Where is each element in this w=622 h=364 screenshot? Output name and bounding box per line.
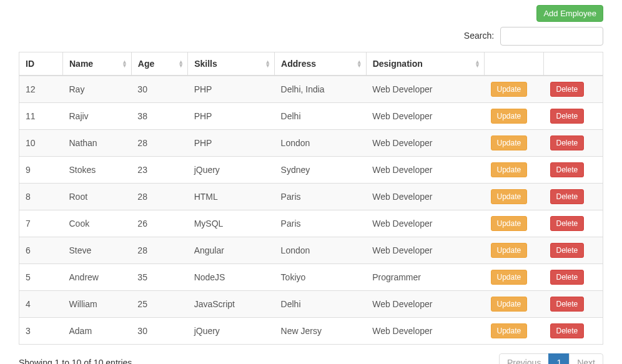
col-header-id-label: ID bbox=[26, 59, 34, 69]
cell-name: Stokes bbox=[63, 157, 132, 184]
sort-icon: ▲▼ bbox=[265, 60, 270, 67]
cell-name: Cook bbox=[63, 210, 132, 237]
table-row: 6Steve28AngularLondonWeb DeveloperUpdate… bbox=[19, 237, 603, 264]
cell-name: Ray bbox=[63, 76, 132, 103]
pagination: Previous 1 Next bbox=[500, 353, 603, 364]
cell-id: 10 bbox=[19, 130, 63, 157]
cell-name: Rajiv bbox=[63, 103, 132, 130]
cell-age: 30 bbox=[131, 318, 187, 345]
cell-age: 28 bbox=[131, 184, 187, 210]
sort-icon: ▲▼ bbox=[178, 60, 184, 67]
table-row: 5Andrew35NodeJSTokiyoProgrammerUpdateDel… bbox=[19, 264, 603, 291]
cell-id: 7 bbox=[19, 210, 63, 237]
cell-designation: Web Developer bbox=[366, 184, 484, 210]
col-header-id[interactable]: ID bbox=[19, 52, 63, 76]
cell-age: 26 bbox=[131, 210, 187, 237]
add-employee-button[interactable]: Add Employee bbox=[536, 5, 603, 22]
delete-button[interactable]: Delete bbox=[550, 243, 585, 258]
cell-id: 11 bbox=[19, 103, 63, 130]
update-button[interactable]: Update bbox=[491, 216, 528, 231]
delete-button[interactable]: Delete bbox=[550, 109, 585, 124]
cell-address: Delhi bbox=[275, 103, 367, 130]
cell-address: London bbox=[275, 237, 367, 264]
cell-age: 23 bbox=[131, 157, 187, 184]
cell-skills: Angular bbox=[188, 237, 275, 264]
table-row: 12Ray30PHPDelhi, IndiaWeb DeveloperUpdat… bbox=[19, 76, 603, 103]
cell-skills: PHP bbox=[188, 76, 275, 103]
cell-designation: Web Developer bbox=[366, 318, 484, 345]
table-row: 3Adam30jQueryNew JersyWeb DeveloperUpdat… bbox=[19, 318, 603, 345]
delete-button[interactable]: Delete bbox=[550, 297, 585, 312]
sort-icon: ▲▼ bbox=[122, 60, 127, 67]
col-header-designation-label: Designation bbox=[373, 59, 423, 69]
update-button[interactable]: Update bbox=[491, 323, 528, 338]
update-button[interactable]: Update bbox=[491, 270, 528, 285]
cell-name: Root bbox=[63, 184, 132, 210]
delete-button[interactable]: Delete bbox=[550, 270, 585, 285]
cell-id: 8 bbox=[19, 184, 63, 210]
cell-designation: Web Developer bbox=[366, 210, 484, 237]
cell-designation: Web Developer bbox=[366, 291, 484, 318]
table-row: 7Cook26MySQLParisWeb DeveloperUpdateDele… bbox=[19, 210, 603, 237]
update-button[interactable]: Update bbox=[491, 109, 528, 124]
update-button[interactable]: Update bbox=[491, 243, 528, 258]
delete-button[interactable]: Delete bbox=[550, 216, 585, 231]
table-row: 8Root28HTMLParisWeb DeveloperUpdateDelet… bbox=[19, 184, 603, 210]
cell-skills: jQuery bbox=[188, 318, 275, 345]
cell-id: 12 bbox=[19, 76, 63, 103]
cell-id: 3 bbox=[19, 318, 63, 345]
col-header-skills[interactable]: Skills ▲▼ bbox=[188, 52, 275, 76]
cell-skills: JavaScript bbox=[188, 291, 275, 318]
sort-icon: ▲▼ bbox=[475, 60, 480, 67]
cell-age: 28 bbox=[131, 237, 187, 264]
prev-button[interactable]: Previous bbox=[499, 353, 549, 364]
sort-icon: ▲▼ bbox=[357, 60, 362, 67]
entries-info: Showing 1 to 10 of 10 entries bbox=[19, 358, 132, 364]
update-button[interactable]: Update bbox=[491, 189, 528, 204]
update-button[interactable]: Update bbox=[491, 135, 528, 150]
delete-button[interactable]: Delete bbox=[550, 189, 585, 204]
cell-designation: Web Developer bbox=[366, 157, 484, 184]
delete-button[interactable]: Delete bbox=[550, 323, 585, 338]
table-row: 11Rajiv38PHPDelhiWeb DeveloperUpdateDele… bbox=[19, 103, 603, 130]
search-label: Search: bbox=[464, 31, 494, 41]
next-button[interactable]: Next bbox=[569, 353, 603, 364]
cell-age: 25 bbox=[131, 291, 187, 318]
table-row: 9Stokes23jQuerySydneyWeb DeveloperUpdate… bbox=[19, 157, 603, 184]
cell-address: New Jersy bbox=[275, 318, 367, 345]
search-input[interactable] bbox=[500, 27, 603, 46]
cell-address: Paris bbox=[275, 210, 367, 237]
cell-skills: jQuery bbox=[188, 157, 275, 184]
update-button[interactable]: Update bbox=[491, 297, 528, 312]
cell-age: 30 bbox=[131, 76, 187, 103]
delete-button[interactable]: Delete bbox=[550, 162, 585, 177]
delete-button[interactable]: Delete bbox=[550, 82, 585, 97]
cell-name: William bbox=[63, 291, 132, 318]
cell-address: London bbox=[275, 130, 367, 157]
table-row: 4William25JavaScriptDelhiWeb DeveloperUp… bbox=[19, 291, 603, 318]
delete-button[interactable]: Delete bbox=[550, 135, 585, 150]
col-header-designation[interactable]: Designation ▲▼ bbox=[366, 52, 484, 76]
col-header-age[interactable]: Age ▲▼ bbox=[131, 52, 187, 76]
col-header-name[interactable]: Name ▲▼ bbox=[63, 52, 132, 76]
cell-id: 4 bbox=[19, 291, 63, 318]
page-1-button[interactable]: 1 bbox=[548, 353, 570, 364]
cell-address: Paris bbox=[275, 184, 367, 210]
cell-name: Steve bbox=[63, 237, 132, 264]
cell-name: Nathan bbox=[63, 130, 132, 157]
cell-id: 9 bbox=[19, 157, 63, 184]
cell-age: 28 bbox=[131, 130, 187, 157]
cell-skills: HTML bbox=[188, 184, 275, 210]
cell-skills: NodeJS bbox=[188, 264, 275, 291]
cell-address: Tokiyo bbox=[275, 264, 367, 291]
cell-skills: PHP bbox=[188, 103, 275, 130]
col-header-skills-label: Skills bbox=[194, 59, 217, 69]
employee-table: ID Name ▲▼ Age ▲▼ Skills ▲▼ Address ▲▼ D… bbox=[19, 52, 603, 345]
cell-name: Andrew bbox=[63, 264, 132, 291]
col-header-name-label: Name bbox=[69, 59, 93, 69]
update-button[interactable]: Update bbox=[491, 82, 528, 97]
update-button[interactable]: Update bbox=[491, 162, 528, 177]
col-header-address[interactable]: Address ▲▼ bbox=[275, 52, 367, 76]
table-row: 10Nathan28PHPLondonWeb DeveloperUpdateDe… bbox=[19, 130, 603, 157]
cell-age: 35 bbox=[131, 264, 187, 291]
